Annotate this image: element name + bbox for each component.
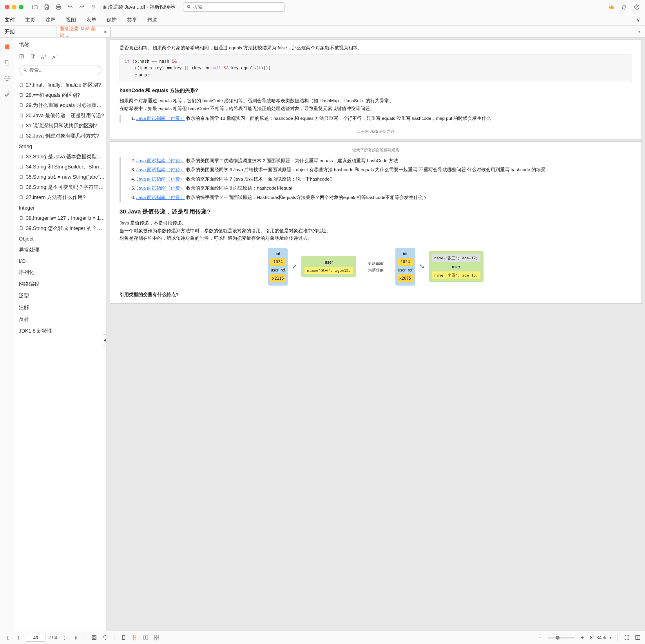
bookmark-item[interactable]: 37.intern 方法有什么作用? [19,192,106,203]
link[interactable]: Java 面试指南（付费） [136,116,185,121]
single-page-icon[interactable] [120,635,127,640]
link[interactable]: Java 面试指南（付费） [136,186,185,190]
bookmark-category[interactable]: Integer [19,203,106,213]
bookmark-item[interactable]: 34.String 和 StringBuilder、StringBuffer [19,162,106,172]
more-icon[interactable]: ▽ [90,4,97,11]
prev-page-icon[interactable]: ⟨ [15,635,22,640]
bookmark-item[interactable]: 38.Integer a= 127，Integer b = 127；In [19,213,106,223]
zoom-out-icon[interactable]: − [536,635,544,640]
font-decrease-icon[interactable]: A− [52,53,58,60]
font-increase-icon[interactable]: A+ [41,53,47,60]
menu-help[interactable]: 帮助 [147,16,158,24]
titlebar-actions: ▽ [31,4,97,11]
menu-collapse-icon[interactable]: ∨ [636,17,640,23]
zoom-in-icon[interactable]: + [579,635,586,640]
bookmark-icon [19,123,24,128]
print-icon[interactable] [55,4,62,11]
svg-rect-15 [143,636,145,639]
bookmark-label: 35.String str1 = new String("abc") 和 S [26,174,106,181]
bookmark-item[interactable]: 36.String 是不可变类吗？字符串拼接是如 [19,182,106,192]
facing-continuous-icon[interactable] [153,635,160,640]
minimize-window-button[interactable] [12,5,16,9]
save-icon[interactable] [43,4,50,11]
bookmark-search-input[interactable] [29,67,97,73]
bookmark-category[interactable]: 网络编程 [19,278,106,290]
link[interactable]: Java 面试指南（付费） [136,158,185,163]
bookmark-item[interactable]: 27.final、finally、finalize 的区别? [19,80,106,90]
new-bookmark-icon[interactable] [30,54,35,60]
rotate-icon[interactable] [101,635,109,640]
search-input[interactable] [193,4,281,10]
menu-protect[interactable]: 保护 [107,16,117,24]
open-file-icon[interactable] [31,4,38,11]
quote-block: Java 面试指南（付费） 收录的美团同学 2 优选物流调度技术 2 面面试原题… [120,157,632,202]
collapse-panel-button[interactable]: ◀ [103,334,107,346]
page-number-input[interactable] [26,634,45,642]
zoom-dropdown-icon[interactable]: ▾ [610,636,612,640]
menu-home[interactable]: 主页 [25,16,35,24]
link[interactable]: Java 面试指南（付费） [136,167,185,172]
bookmark-item[interactable]: 33.String 是 Java 基本数据类型吗？可以 [19,152,106,162]
bookmark-category[interactable]: String [19,141,106,152]
first-page-icon[interactable]: ⟪ [4,635,11,640]
paragraph: 如果两个对象通过 equals 相等，它们的 hashCode 必须相等。否则会… [120,97,632,105]
tabs-dropdown-icon[interactable]: ▾ [634,26,645,37]
bookmark-category[interactable]: JDK1.8 新特性 [19,325,106,337]
bookmark-item[interactable]: 28.==和 equals 的区别? [19,90,106,100]
tab-document-active[interactable]: 面渣逆袭 Java 基础... ✕ [56,27,111,37]
crown-icon[interactable] [608,4,615,11]
menu-share[interactable]: 共享 [127,16,137,24]
bookmark-item[interactable]: 30.Java 是值传递，还是引用传递? [19,110,106,121]
close-window-button[interactable] [5,5,9,9]
user-icon[interactable] [633,4,640,11]
close-tab-icon[interactable]: ✕ [103,29,107,35]
bookmark-icon [19,83,24,87]
bookmark-category[interactable]: 反射 [19,313,106,325]
bookmark-category[interactable]: 序列化 [19,266,106,278]
bookmark-search-box[interactable] [19,65,101,75]
bookmarks-list[interactable]: 27.final、finally、finalize 的区别?28.==和 equ… [14,78,106,631]
link[interactable]: Java 面试指南（付费） [136,177,185,181]
read-mode-icon[interactable] [634,635,641,640]
continuous-page-icon[interactable] [131,635,138,640]
bookmarks-rail-icon[interactable] [3,43,11,51]
bookmark-category[interactable]: 泛型 [19,290,106,302]
paragraph: 是否真正相等。如果两个对象的哈希码相同，但通过 equals 方法比较结果为 f… [120,44,632,52]
bookmark-item[interactable]: 31.说说深拷贝和浅拷贝的区别? [19,121,106,131]
last-page-icon[interactable]: ⟫ [72,635,79,640]
fullscreen-icon[interactable] [623,635,630,640]
diagram-heap-box: name="张三"; age=12; user name="李四"; age=1… [429,251,484,282]
bookmark-category[interactable]: I/O [19,256,106,266]
menu-file[interactable]: 文件 [5,16,15,24]
bookmarks-header: 书签 [14,38,106,51]
maximize-window-button[interactable] [19,5,24,9]
bookmark-label: 37.intern 方法有什么作用? [26,194,85,201]
menu-form[interactable]: 表单 [86,16,96,24]
bookmark-category[interactable]: Object [19,233,106,244]
zoom-slider[interactable] [547,637,575,639]
document-viewport[interactable]: 是否真正相等。如果两个对象的哈希码相同，但通过 equals 方法比较结果为 f… [107,38,645,631]
bookmark-category[interactable]: 注解 [19,302,106,313]
bookmark-item[interactable]: 32.Java 创建对象有哪几种方式? [19,131,106,141]
tab-start[interactable]: 开始 [0,26,56,37]
menu-view[interactable]: 视图 [66,16,76,24]
fit-page-icon[interactable] [91,635,98,640]
attachments-rail-icon[interactable] [3,90,11,98]
bell-icon[interactable] [621,4,628,11]
undo-icon[interactable] [67,4,74,11]
link[interactable]: Java 面试指南（付费） [136,195,185,200]
expand-all-icon[interactable] [19,54,24,60]
pdf-page: 是否真正相等。如果两个对象的哈希码相同，但通过 equals 方法比较结果为 f… [110,39,642,140]
redo-icon[interactable] [78,4,85,11]
comments-rail-icon[interactable] [3,74,11,82]
bookmark-category[interactable]: 异常处理 [19,244,106,256]
bookmark-item[interactable]: 35.String str1 = new String("abc") 和 S [19,172,106,182]
pages-rail-icon[interactable] [3,59,11,67]
menu-comment[interactable]: 注释 [45,16,56,24]
paragraph: 当一个对象被作为参数传递到方法中时，参数的值就是该对象的引用。引用的值是对象在堆… [120,227,632,235]
facing-page-icon[interactable] [142,635,149,640]
bookmark-item[interactable]: 29.为什么重写 equals 时必须重写 hashCode [19,100,106,110]
search-box[interactable] [183,2,285,12]
bookmark-item[interactable]: 39.String 怎么转成 Integer 的？原理? [19,223,106,233]
next-page-icon[interactable]: ⟩ [61,635,68,640]
